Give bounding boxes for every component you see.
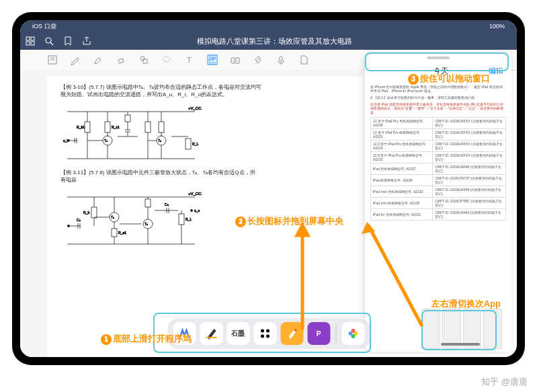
svg-rect-22	[85, 122, 90, 132]
table-row: 12.9 英寸 iPad Pro 无线局域网型号: A2229CMIIT ID:…	[371, 141, 506, 152]
svg-point-98	[266, 329, 270, 333]
so-warn: 起序源 iPad 使新无线电友规号有几枚再系，变化无线电友规号与防 (R) 起墓…	[370, 102, 506, 114]
svg-rect-77	[145, 199, 151, 207]
outline-icon[interactable]	[47, 54, 58, 65]
circuit-diagram-2: +V_CCR_bT₁R_e1T₂C₂R_LC₁u_o	[60, 187, 208, 251]
recent-app-1[interactable]	[421, 309, 440, 349]
eraser-icon[interactable]	[116, 54, 126, 65]
text-icon[interactable]: T	[184, 54, 195, 65]
home-indicator[interactable]	[441, 343, 480, 346]
svg-rect-3	[31, 42, 34, 45]
dock-separator	[335, 323, 336, 344]
table-row: iPad 无线局域网型号: A2197CMIIT ID: 2019AJ6098 …	[371, 163, 506, 175]
document-viewport[interactable]: 【例 3-10】(5.7.7) 说图示电路中T₁、T₂皆均布合适的静态工作点，各…	[20, 70, 362, 357]
svg-point-105	[348, 331, 352, 336]
page-title: 模拟电路八堂课第三讲：场效应管及其放大电路	[101, 36, 448, 46]
svg-text:R_L: R_L	[192, 142, 198, 146]
dock: 石墨P	[167, 318, 370, 349]
svg-rect-1	[31, 37, 34, 40]
dock-recent-photos[interactable]	[341, 322, 364, 345]
svg-text:R_b: R_b	[83, 210, 89, 214]
svg-point-99	[261, 335, 264, 338]
svg-text:T₁: T₁	[111, 215, 114, 219]
link-icon[interactable]	[253, 54, 263, 65]
shapes-icon[interactable]	[138, 54, 149, 65]
svg-text:T₁: T₁	[104, 139, 108, 143]
svg-point-100	[266, 335, 270, 338]
watermark: 知乎 @唐唐	[481, 376, 528, 388]
table-row: 12.9 英寸 iPad Pro 蜂窝网络型号: A2233CMIIT ID: …	[371, 152, 506, 163]
slideover-body[interactable]: 提 iPhone 也中能够更新的 Apple 界面（智能之前的外理数据格式），规…	[365, 82, 511, 223]
svg-rect-84	[179, 214, 184, 225]
ipad-screen: iOS 口袋 100% 模拟电路八堂课第三讲：场效应管及其放大电路 T 【例 3…	[20, 20, 517, 357]
svg-text:C₁: C₁	[77, 218, 81, 222]
svg-point-4	[46, 38, 51, 43]
document-icon[interactable]	[298, 54, 309, 65]
svg-point-15	[210, 58, 212, 59]
dock-app-notion[interactable]	[253, 322, 276, 345]
table-row: iPad 蜂窝网络型号: A2199CMIIT ID: 2019CP6737 (…	[371, 175, 506, 186]
svg-text:+V_CC: +V_CC	[188, 192, 202, 196]
svg-rect-51	[185, 139, 191, 149]
pen-icon[interactable]	[70, 54, 81, 65]
doc-para-3: 【例 3-11】(5.7.8) 说图示电路中元件三极管放大状态，T₁、T₂各均有…	[60, 169, 349, 176]
dock-app-purple[interactable]: P	[307, 322, 330, 345]
svg-rect-70	[112, 229, 117, 237]
svg-rect-44	[159, 122, 164, 132]
svg-rect-2	[26, 42, 30, 45]
svg-text:T: T	[187, 56, 192, 64]
table-row: 11 英寸 iPad Pro 蜂窝网络型号: A2231CMIIT ID: 20…	[371, 129, 506, 141]
battery-status: 100%	[489, 23, 505, 30]
svg-rect-0	[26, 37, 30, 40]
document-page: 【例 3-10】(5.7.7) 说图示电路中T₁、T₂皆均布合适的静态工作点，各…	[47, 77, 362, 357]
svg-point-17	[234, 59, 237, 62]
doc-para-2: 视为短路。试画出电路的交流通路，并写出A_u、R_i、R_o的表达式。	[60, 91, 349, 98]
svg-text:C₂: C₂	[165, 202, 169, 206]
dock-app-marginnote[interactable]	[173, 322, 196, 345]
slideover-panel[interactable]: 今天 编辑 提 iPhone 也中能够更新的 Apple 界面（智能之前的外理数…	[365, 54, 511, 352]
svg-point-12	[163, 56, 170, 62]
svg-text:R_e1: R_e1	[118, 231, 126, 235]
highlighter-icon[interactable]	[93, 54, 104, 65]
model-table: 11 英寸 iPad Pro 无线局域网型号: A2228CMIIT ID: 2…	[370, 117, 506, 221]
svg-point-10	[140, 56, 144, 61]
svg-rect-62	[91, 207, 97, 218]
nav-bar: 模拟电路八堂课第三讲：场效应管及其放大电路	[20, 32, 517, 50]
image-icon[interactable]	[207, 54, 218, 65]
doc-para-1: 【例 3-10】(5.7.7) 说图示电路中T₁、T₂皆均布合适的静态工作点，各…	[60, 83, 349, 91]
camera-icon[interactable]	[230, 54, 241, 65]
svg-line-5	[50, 42, 53, 45]
so-note: A.【差示】如本页可能看的到书不读一遍事，请转立刻规则查查他们持。	[370, 95, 506, 100]
slideover-header: 今天 编辑	[365, 59, 511, 82]
doc-para-4: 有电容	[60, 176, 349, 184]
svg-rect-9	[118, 58, 124, 63]
lasso-icon[interactable]	[161, 54, 172, 65]
svg-rect-38	[125, 115, 130, 122]
table-row: iPad Air 无线局域网型号: A2152CMIIT ID: 2019AJ0…	[371, 209, 506, 221]
table-row: iPad mini 无线局域网型号: A2133CMIIT ID: 2019AJ…	[371, 186, 506, 198]
dock-app-shimo[interactable]: 石墨	[226, 322, 249, 345]
edit-button[interactable]: 编辑	[489, 66, 503, 76]
menu-icon[interactable]	[26, 36, 35, 46]
svg-point-101	[294, 329, 296, 331]
dock-app-sketch[interactable]	[280, 322, 303, 345]
dock-app-notability[interactable]	[200, 322, 222, 345]
svg-text:+V_CC: +V_CC	[188, 106, 202, 110]
search-icon[interactable]	[44, 36, 54, 46]
svg-text:T₂: T₂	[144, 222, 148, 226]
svg-rect-96	[206, 337, 216, 338]
svg-text:u_o: u_o	[194, 208, 200, 212]
svg-rect-41	[145, 122, 151, 132]
recent-app-4[interactable]	[483, 309, 502, 349]
slideover-title: 今天	[433, 66, 448, 76]
table-row: 11 英寸 iPad Pro 无线局域网型号: A2228CMIIT ID: 2…	[371, 118, 506, 129]
bookmark-icon[interactable]	[63, 36, 73, 46]
audio-icon[interactable]	[276, 54, 286, 65]
svg-text:T₂: T₂	[158, 139, 161, 143]
so-intro: 提 iPhone 也中能够更新的 Apple 界面（智能之前的外理数据格式），规…	[370, 85, 506, 93]
share-icon[interactable]	[82, 36, 91, 46]
ipad-bezel: iOS 口袋 100% 模拟电路八堂课第三讲：场效应管及其放大电路 T 【例 3…	[12, 12, 525, 365]
svg-rect-18	[280, 56, 282, 61]
circuit-diagram-1: +V_CCR_b1R_c1T₁T₂R_Lu_i	[60, 102, 208, 165]
svg-text:R_c1: R_c1	[112, 125, 120, 129]
